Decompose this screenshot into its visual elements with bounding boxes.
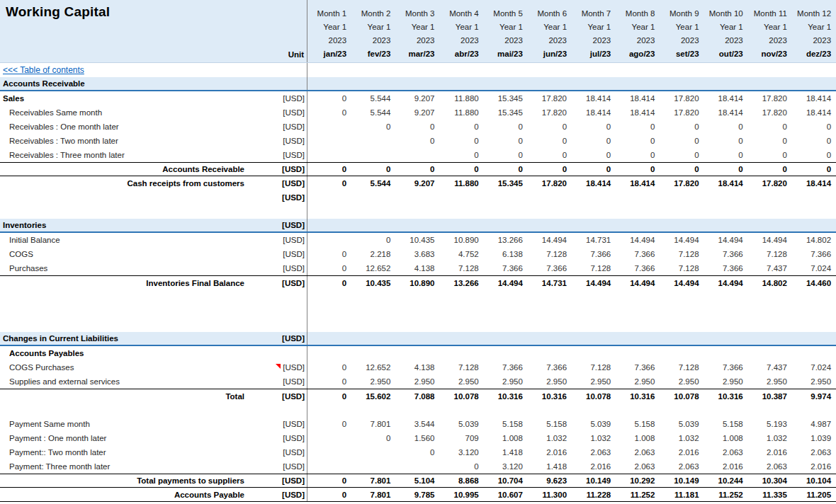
unit-cell[interactable]: [USD] (246, 221, 307, 229)
row-label[interactable]: Accounts Receivable (0, 165, 246, 173)
value-cell[interactable]: 11.880 (440, 94, 484, 103)
row-label[interactable]: Receivables Same month (0, 108, 246, 117)
value-cell[interactable]: 2.950 (528, 377, 572, 386)
value-cell[interactable]: 2.218 (351, 250, 395, 258)
row-label[interactable]: Receivables : One month later (0, 122, 246, 131)
value-cell[interactable]: 14.494 (704, 279, 748, 287)
value-cell[interactable]: 1.032 (748, 434, 792, 442)
value-cell[interactable]: 2.063 (748, 462, 792, 471)
value-cell[interactable]: 7.437 (748, 363, 792, 372)
value-cell[interactable]: 0 (704, 165, 748, 173)
value-cell[interactable]: 5.039 (440, 420, 484, 428)
unit-cell[interactable]: [USD] (246, 122, 307, 131)
row-label[interactable]: Payment:: Two month later (0, 448, 246, 457)
value-cell[interactable]: 11.205 (792, 491, 836, 499)
value-cell[interactable]: 0 (307, 363, 351, 372)
value-cell[interactable]: 14.731 (572, 236, 616, 244)
month-header-cell[interactable]: Month 7Year 12023jul/23 (572, 0, 616, 62)
value-cell[interactable]: 2.016 (528, 448, 572, 457)
value-cell[interactable]: 7.088 (395, 392, 439, 401)
value-cell[interactable]: 7.366 (484, 264, 528, 273)
value-cell[interactable]: 7.366 (704, 264, 748, 273)
value-cell[interactable]: 10.292 (616, 476, 660, 485)
value-cell[interactable]: 0 (307, 108, 351, 117)
unit-column-header[interactable]: Unit (288, 50, 304, 59)
value-cell[interactable]: 2.950 (351, 377, 395, 386)
value-cell[interactable]: 10.078 (572, 392, 616, 401)
value-cell[interactable]: 9.974 (792, 392, 836, 401)
month-header-cell[interactable]: Month 4Year 12023abr/23 (440, 0, 484, 62)
value-cell[interactable]: 7.128 (748, 250, 792, 258)
month-header-cell[interactable]: Month 3Year 12023mar/23 (395, 0, 439, 62)
value-cell[interactable]: 0 (351, 236, 395, 244)
value-cell[interactable]: 5.193 (748, 420, 792, 428)
row-label[interactable]: COGS (0, 250, 246, 258)
value-cell[interactable]: 7.128 (660, 363, 704, 372)
value-cell[interactable]: 0 (440, 122, 484, 131)
value-cell[interactable]: 0 (572, 122, 616, 131)
value-cell[interactable]: 11.880 (440, 108, 484, 117)
value-cell[interactable]: 14.494 (484, 279, 528, 287)
value-cell[interactable]: 10.104 (792, 476, 836, 485)
value-cell[interactable]: 14.802 (748, 279, 792, 287)
value-cell[interactable]: 18.414 (616, 179, 660, 188)
value-cell[interactable]: 1.008 (616, 434, 660, 442)
value-cell[interactable]: 10.078 (660, 392, 704, 401)
unit-cell[interactable]: [USD] (246, 279, 307, 287)
unit-cell[interactable]: [USD] (246, 193, 307, 202)
value-cell[interactable]: 2.950 (395, 377, 439, 386)
row-label[interactable]: Changes in Current Liabilities (0, 334, 246, 343)
value-cell[interactable]: 0 (660, 165, 704, 173)
row-label[interactable]: Accounts Receivable (0, 79, 246, 88)
unit-cell[interactable]: [USD] (246, 236, 307, 244)
unit-cell[interactable]: [USD] (246, 462, 307, 471)
month-header-cell[interactable]: Month 1Year 12023jan/23 (307, 0, 351, 62)
unit-cell[interactable]: [USD] (246, 179, 307, 188)
value-cell[interactable]: 10.995 (440, 491, 484, 499)
value-cell[interactable]: 5.544 (351, 108, 395, 117)
row-label[interactable]: Accounts Payable (0, 491, 246, 499)
unit-cell[interactable]: [USD] (246, 377, 307, 386)
row-label[interactable]: Total payments to suppliers (0, 476, 246, 485)
value-cell[interactable]: 17.820 (528, 94, 572, 103)
row-label[interactable]: Payment Same month (0, 420, 246, 428)
value-cell[interactable]: 2.016 (748, 448, 792, 457)
value-cell[interactable]: 5.158 (528, 420, 572, 428)
value-cell[interactable]: 0 (440, 462, 484, 471)
value-cell[interactable]: 0 (395, 122, 439, 131)
row-label[interactable]: Initial Balance (0, 236, 246, 244)
value-cell[interactable]: 7.024 (792, 363, 836, 372)
row-label[interactable]: Receivables : Two month later (0, 137, 246, 145)
value-cell[interactable]: 13.266 (484, 236, 528, 244)
value-cell[interactable]: 0 (748, 122, 792, 131)
value-cell[interactable]: 3.120 (440, 448, 484, 457)
value-cell[interactable]: 0 (748, 165, 792, 173)
value-cell[interactable]: 10.890 (395, 279, 439, 287)
value-cell[interactable]: 10.244 (704, 476, 748, 485)
value-cell[interactable]: 0 (307, 491, 351, 499)
value-cell[interactable]: 0 (395, 448, 439, 457)
value-cell[interactable]: 2.063 (616, 462, 660, 471)
value-cell[interactable]: 0 (528, 151, 572, 159)
value-cell[interactable]: 2.063 (660, 462, 704, 471)
value-cell[interactable]: 11.335 (748, 491, 792, 499)
value-cell[interactable]: 18.414 (792, 108, 836, 117)
row-label[interactable]: Total (0, 392, 246, 401)
value-cell[interactable]: 10.890 (440, 236, 484, 244)
value-cell[interactable]: 10.435 (351, 279, 395, 287)
value-cell[interactable]: 2.063 (704, 448, 748, 457)
value-cell[interactable]: 2.063 (792, 448, 836, 457)
unit-cell[interactable]: [USD] (246, 94, 307, 103)
row-label[interactable]: Inventories Final Balance (0, 279, 246, 287)
value-cell[interactable]: 0 (484, 165, 528, 173)
value-cell[interactable]: 14.494 (704, 236, 748, 244)
value-cell[interactable]: 7.366 (704, 363, 748, 372)
unit-cell[interactable]: [USD] (246, 334, 307, 343)
month-header-cell[interactable]: Month 6Year 12023jun/23 (528, 0, 572, 62)
value-cell[interactable]: 0 (748, 137, 792, 145)
month-header-cell[interactable]: Month 9Year 12023set/23 (660, 0, 704, 62)
value-cell[interactable]: 14.494 (748, 236, 792, 244)
value-cell[interactable]: 10.607 (484, 491, 528, 499)
value-cell[interactable]: 7.366 (616, 250, 660, 258)
row-label[interactable]: Inventories (0, 221, 246, 229)
